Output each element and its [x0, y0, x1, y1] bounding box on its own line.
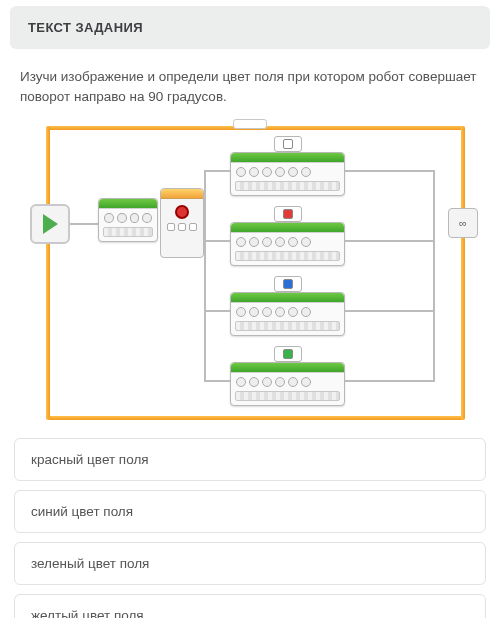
- answer-option-4[interactable]: желтый цвет поля: [14, 594, 486, 618]
- case-tag-4: [274, 346, 302, 362]
- task-header-title: ТЕКСТ ЗАДАНИЯ: [28, 20, 472, 35]
- sequence-wire: [345, 170, 435, 172]
- case-block-3: [230, 292, 345, 336]
- case-color-3: [283, 279, 293, 289]
- sequence-wire: [204, 380, 230, 382]
- case-block-2: [230, 222, 345, 266]
- color-switch-block: [160, 188, 204, 258]
- sequence-wire: [204, 240, 230, 242]
- start-block: [30, 204, 70, 244]
- sequence-wire: [345, 310, 435, 312]
- case-block-1: [230, 152, 345, 196]
- loop-end-block: ∞: [448, 208, 478, 238]
- question-text: Изучи изображение и определи цвет поля п…: [0, 49, 500, 116]
- case-tag-1: [274, 136, 302, 152]
- sequence-wire: [204, 170, 206, 382]
- answer-option-3[interactable]: зеленый цвет поля: [14, 542, 486, 585]
- sequence-wire: [345, 380, 435, 382]
- sequence-wire: [433, 170, 435, 382]
- sequence-wire: [345, 240, 435, 242]
- sequence-wire: [70, 223, 100, 225]
- ev3-program-diagram: ∞: [10, 116, 490, 426]
- answer-option-2[interactable]: синий цвет поля: [14, 490, 486, 533]
- sequence-wire: [204, 310, 230, 312]
- task-header: ТЕКСТ ЗАДАНИЯ: [10, 6, 490, 49]
- loop-rail-right: [461, 126, 465, 420]
- answer-options: красный цвет поля синий цвет поля зелены…: [0, 434, 500, 618]
- loop-label-tab: [233, 119, 267, 129]
- answer-option-1[interactable]: красный цвет поля: [14, 438, 486, 481]
- motor-block-initial: [98, 198, 158, 242]
- case-tag-2: [274, 206, 302, 222]
- loop-rail-bottom: [48, 416, 463, 420]
- case-tag-3: [274, 276, 302, 292]
- diagram-container: ∞: [0, 116, 500, 434]
- case-color-4: [283, 349, 293, 359]
- loop-rail-left: [46, 126, 50, 420]
- case-block-4: [230, 362, 345, 406]
- sequence-wire: [204, 170, 230, 172]
- color-sensor-icon: [175, 205, 189, 219]
- case-color-1: [283, 139, 293, 149]
- case-color-2: [283, 209, 293, 219]
